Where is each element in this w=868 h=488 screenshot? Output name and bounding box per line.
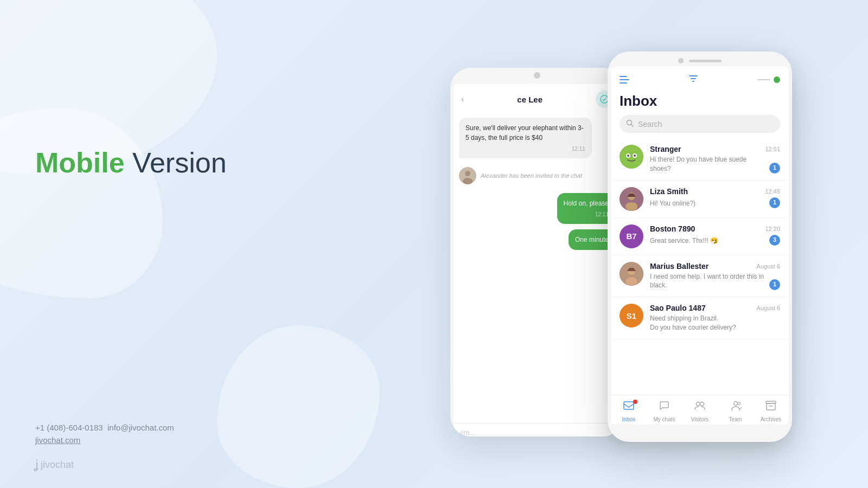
chat-name: Liza Smith (650, 187, 688, 196)
message-text: Hold on, please (564, 198, 609, 208)
chat-preview-text: Hi! You online?) (650, 199, 766, 208)
headline-version: Version (125, 147, 227, 178)
chat-header: Stranger 12:51 (650, 145, 780, 153)
svg-point-6 (620, 145, 643, 169)
search-bar[interactable]: Search (620, 115, 780, 133)
phone-speaker (689, 60, 722, 62)
nav-inbox[interactable]: Inbox (611, 400, 647, 422)
chat-detail-screen: ‹ ce Lee Sure, we'll deliver your elepha… (454, 84, 621, 436)
chat-item-stranger[interactable]: Stranger 12:51 Hi there! Do you have blu… (611, 138, 789, 181)
chat-header: Liza Smith 12:45 (650, 187, 780, 196)
chat-preview-text: Need shipping in Brazil.Do you have cour… (650, 314, 780, 332)
chat-time: August 6 (757, 305, 780, 311)
unread-badge: 1 (769, 163, 780, 174)
contact-name: ce Lee (464, 95, 596, 104)
visitors-nav-icon (694, 400, 706, 415)
message-text: Sure, we'll deliver your elephant within… (465, 123, 585, 143)
headline: Mobile Version (35, 146, 227, 179)
chats-nav-icon (658, 400, 670, 415)
svg-point-16 (626, 277, 637, 286)
chat-preview: Great service. Thx!!! 🤧 3 (650, 235, 780, 246)
svg-point-13 (626, 202, 637, 211)
nav-label-inbox: Inbox (622, 416, 635, 422)
unread-badge: 1 (769, 197, 780, 208)
search-placeholder: Search (638, 120, 662, 129)
avatar-liza (620, 187, 643, 211)
notification-dot (633, 400, 637, 404)
chat-preview: I need some help. I want to order this i… (650, 272, 780, 291)
svg-point-21 (733, 402, 737, 406)
status-indicator (757, 76, 780, 83)
message-input-area[interactable]: ere... › (454, 423, 621, 436)
svg-rect-17 (624, 402, 634, 409)
chat-item-marius[interactable]: Marius Ballester August 6 I need some he… (611, 255, 789, 298)
chat-info-liza: Liza Smith 12:45 Hi! You online?) 1 (650, 187, 780, 208)
message-input-placeholder: ere... (460, 429, 607, 436)
chat-header: Marius Ballester August 6 (650, 262, 780, 271)
message-time: 12:11 (465, 145, 585, 153)
phone-notch-area (608, 52, 792, 67)
chat-time: 12:45 (765, 188, 780, 195)
nav-label-team: Team (729, 416, 742, 422)
nav-visitors[interactable]: Visitors (682, 400, 718, 422)
svg-point-9 (627, 155, 629, 157)
avatar-marius (620, 262, 643, 286)
contact-phone-email: +1 (408)-604-0183 info@jivochat.com (35, 423, 174, 432)
contact-website[interactable]: jivochat.com (35, 435, 174, 445)
bottom-navigation: Inbox My chats (611, 395, 789, 425)
chat-name: Boston 7890 (650, 224, 695, 233)
nav-team[interactable]: Team (718, 400, 754, 422)
unread-badge: 3 (769, 235, 780, 246)
chat-time: 12:51 (765, 146, 780, 152)
left-panel: Mobile Version (35, 0, 227, 488)
chat-info-boston: Boston 7890 12:20 Great service. Thx!!! … (650, 224, 780, 246)
nav-label-visitors: Visitors (691, 416, 709, 422)
chat-info-stranger: Stranger 12:51 Hi there! Do you have blu… (650, 145, 780, 174)
agent-join-text: Alexander has been invited to the chat (481, 172, 582, 179)
svg-point-2 (465, 171, 470, 176)
phone-notch-back (534, 72, 540, 79)
chat-info-saopaulo: Sao Paulo 1487 August 6 Need shipping in… (650, 304, 780, 332)
chat-item-boston[interactable]: B7 Boston 7890 12:20 Great service. Thx!… (611, 218, 789, 255)
filter-icon[interactable] (688, 73, 699, 86)
archives-nav-icon (765, 400, 777, 415)
bg-decoration-3 (217, 325, 380, 488)
inbox-title: Inbox (611, 91, 789, 115)
messages-area: Sure, we'll deliver your elephant within… (454, 112, 621, 423)
chat-name: Sao Paulo 1487 (650, 304, 706, 312)
svg-line-5 (631, 125, 634, 127)
avatar-boston: B7 (620, 224, 643, 248)
chat-name: Stranger (650, 145, 681, 153)
chat-preview-text: I need some help. I want to order this i… (650, 272, 766, 291)
avatar-initials: S1 (627, 311, 636, 320)
chat-time: 12:20 (765, 226, 780, 232)
nav-archives[interactable]: Archives (753, 400, 789, 422)
chat-item-saopaulo[interactable]: S1 Sao Paulo 1487 August 6 Need shipping… (611, 297, 789, 339)
chat-name: Marius Ballester (650, 262, 709, 271)
svg-point-0 (601, 95, 608, 103)
agent-avatar (459, 167, 476, 184)
svg-point-10 (634, 155, 636, 157)
avatar-saopaulo: S1 (620, 304, 643, 328)
phone-chat-detail: ‹ ce Lee Sure, we'll deliver your elepha… (450, 68, 624, 436)
headline-mobile: Mobile (35, 147, 125, 178)
chat-item-liza[interactable]: Liza Smith 12:45 Hi! You online?) 1 (611, 181, 789, 218)
message-text: One minute (575, 235, 609, 245)
chat-info-marius: Marius Ballester August 6 I need some he… (650, 262, 780, 291)
hamburger-line (620, 79, 629, 80)
unread-badge: 1 (769, 279, 780, 290)
online-status-dot (774, 76, 780, 83)
chat-preview: Need shipping in Brazil.Do you have cour… (650, 314, 780, 332)
chat-header: Sao Paulo 1487 August 6 (650, 304, 780, 312)
chat-time: August 6 (757, 263, 780, 269)
chat-header: Boston 7890 12:20 (650, 224, 780, 233)
message-time: 12:11 (564, 210, 609, 219)
phones-container: ‹ ce Lee Sure, we'll deliver your elepha… (439, 16, 792, 472)
logo: ʝ jivochat (35, 458, 74, 472)
hamburger-menu-icon[interactable] (620, 76, 629, 84)
avatar-stranger (620, 145, 643, 169)
nav-label-chats: My chats (653, 416, 675, 422)
chat-preview-text: Hi there! Do you have blue suede shoes? (650, 155, 766, 174)
nav-my-chats[interactable]: My chats (647, 400, 682, 422)
chat-topbar: ‹ ce Lee (454, 84, 621, 112)
